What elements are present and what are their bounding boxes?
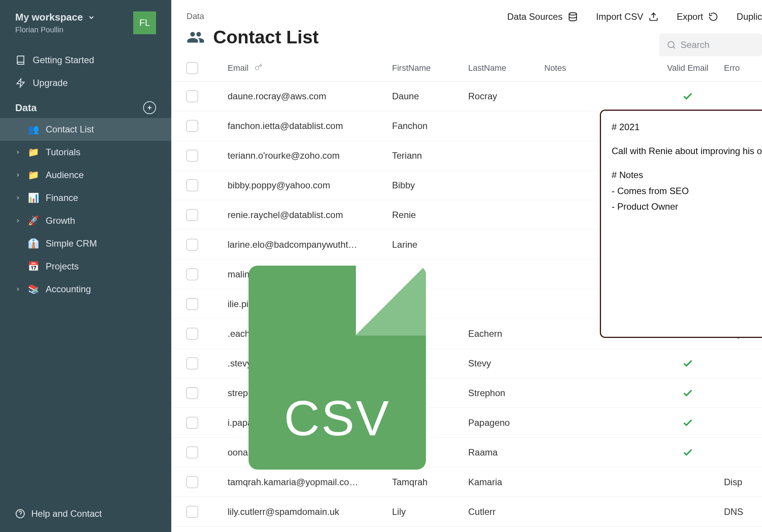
chevron-right-icon: [15, 287, 21, 292]
check-icon: [682, 447, 693, 458]
row-checkbox[interactable]: [186, 446, 198, 459]
table-row[interactable]: lily.cutlerr@spamdomain.ukLilyCutlerrDNS: [171, 497, 762, 527]
row-checkbox[interactable]: [186, 90, 198, 102]
row-checkbox[interactable]: [186, 179, 198, 191]
row-checkbox[interactable]: [186, 328, 198, 340]
workspace-name: My workspace: [15, 11, 83, 23]
cell-email: daune.rocray@aws.com: [213, 91, 392, 102]
svg-marker-0: [17, 79, 24, 87]
column-header-notes[interactable]: Notes: [544, 63, 652, 73]
svg-line-8: [673, 47, 675, 48]
workspace-user: Florian Poullin: [15, 25, 95, 34]
sidebar-item-simple-crm[interactable]: 👔Simple CRM: [0, 232, 171, 255]
cell-email: larine.elo@badcompanywutht…: [213, 239, 392, 250]
select-all-checkbox[interactable]: [186, 62, 198, 74]
notes-popover[interactable]: # 2021 Call with Renie about improving h…: [600, 110, 762, 338]
sidebar-item-label: Upgrade: [33, 78, 68, 88]
cell-lastname: Stevy: [468, 358, 544, 369]
cell-email: renie.raychel@datablist.com: [213, 210, 392, 220]
sidebar-item-growth[interactable]: 🚀Growth: [0, 209, 171, 232]
search-icon: [667, 40, 676, 49]
cell-lastname: Eachern: [468, 328, 544, 339]
note-line: # 2021: [612, 120, 762, 134]
chevron-right-icon: [15, 218, 21, 223]
toolbar-label: Export: [677, 11, 703, 22]
sidebar-item-upgrade[interactable]: Upgrade: [0, 72, 171, 94]
check-icon: [682, 387, 693, 399]
cell-email: tamqrah.kamaria@yopmail.co…: [213, 477, 392, 487]
cell-email: teriann.o'rourke@zoho.com: [213, 150, 392, 161]
sidebar-item-getting-started[interactable]: Getting Started: [0, 49, 171, 72]
workspace-switcher[interactable]: My workspace: [15, 11, 95, 23]
sidebar: My workspace Florian Poullin FL Getting …: [0, 0, 171, 532]
check-icon: [682, 358, 693, 369]
column-header-email[interactable]: Email: [213, 63, 392, 73]
row-checkbox[interactable]: [186, 239, 198, 251]
cell-email: fanchon.ietta@datablist.com: [213, 121, 392, 131]
table-row[interactable]: daune.rocray@aws.comDauneRocray: [171, 81, 762, 111]
row-checkbox[interactable]: [186, 506, 198, 518]
people-icon: [187, 28, 205, 46]
cell-valid: [652, 447, 724, 458]
toolbar-label: Data Sources: [507, 11, 562, 22]
column-label: Email: [228, 63, 249, 73]
chevron-right-icon: [15, 172, 21, 178]
import-csv-button[interactable]: Import CSV: [596, 11, 658, 22]
sidebar-item-audience[interactable]: 📁Audience: [0, 164, 171, 186]
search-input[interactable]: Search: [659, 33, 762, 56]
svg-point-7: [668, 41, 674, 48]
export-button[interactable]: Export: [677, 11, 718, 22]
check-icon: [682, 417, 693, 428]
column-header-lastname[interactable]: LastName: [468, 63, 544, 73]
sidebar-item-projects[interactable]: 📅Projects: [0, 255, 171, 278]
column-header-firstname[interactable]: FirstName: [392, 63, 468, 73]
row-checkbox[interactable]: [186, 387, 198, 399]
cell-valid: [652, 387, 724, 399]
row-checkbox[interactable]: [186, 417, 198, 429]
sidebar-item-label: Projects: [46, 261, 79, 272]
chevron-down-icon: [88, 14, 95, 21]
cell-lastname: Rocray: [468, 91, 544, 102]
sidebar-help-label: Help and Contact: [31, 508, 102, 519]
page-title: Contact List: [213, 27, 319, 48]
row-checkbox[interactable]: [186, 268, 198, 280]
note-line: - Product Owner: [612, 199, 762, 213]
sidebar-item-tutorials[interactable]: 📁Tutorials: [0, 141, 171, 164]
sidebar-item-accounting[interactable]: 📚Accounting: [0, 278, 171, 301]
cell-firstname: Tamqrah: [392, 477, 468, 487]
lightning-icon: [15, 78, 26, 88]
sidebar-item-label: Growth: [46, 215, 75, 226]
column-header-valid-email[interactable]: Valid Email: [652, 63, 724, 73]
row-checkbox[interactable]: [186, 476, 198, 488]
sidebar-item-label: Accounting: [46, 284, 91, 295]
avatar[interactable]: FL: [133, 11, 156, 34]
cell-lastname: Papageno: [468, 417, 544, 428]
column-header-error[interactable]: Erro: [724, 63, 762, 73]
add-data-button[interactable]: [143, 101, 156, 114]
row-checkbox[interactable]: [186, 357, 198, 370]
data-sources-button[interactable]: Data Sources: [507, 11, 577, 22]
row-checkbox[interactable]: [186, 120, 198, 132]
sidebar-item-finance[interactable]: 📊Finance: [0, 186, 171, 209]
sidebar-item-contact-list[interactable]: 👥Contact List: [0, 118, 171, 141]
duplicates-button[interactable]: Duplic: [736, 11, 762, 22]
chevron-right-icon: [15, 195, 21, 201]
cell-email: bibby.poppy@yahoo.com: [213, 180, 392, 191]
cell-lastname: Kamaria: [468, 477, 544, 487]
sidebar-item-label: Finance: [46, 193, 78, 203]
row-checkbox[interactable]: [186, 209, 198, 221]
sidebar-item-label: Tutorials: [46, 147, 80, 158]
cell-firstname: Fanchon: [392, 121, 468, 131]
upload-icon: [649, 12, 658, 22]
row-checkbox[interactable]: [186, 298, 198, 310]
row-checkbox[interactable]: [186, 150, 198, 162]
table-row[interactable]: tamqrah.kamaria@yopmail.co…TamqrahKamari…: [171, 467, 762, 497]
toolbar-label: Import CSV: [596, 11, 643, 22]
sidebar-section-data: Data: [0, 97, 171, 118]
search-placeholder: Search: [681, 40, 709, 50]
database-icon: [568, 12, 578, 22]
cell-firstname: Teriann: [392, 150, 468, 161]
export-icon: [708, 12, 718, 22]
sidebar-help[interactable]: Help and Contact: [0, 499, 171, 532]
sidebar-item-label: Audience: [46, 170, 84, 180]
